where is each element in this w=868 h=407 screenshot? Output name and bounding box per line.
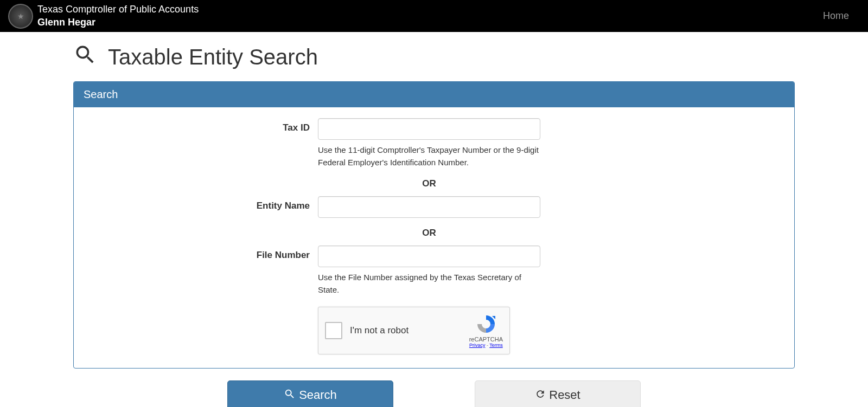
search-icon bbox=[73, 43, 97, 72]
file-help: Use the File Number assigned by the Texa… bbox=[318, 272, 540, 296]
refresh-icon bbox=[535, 389, 546, 402]
search-panel: Search Tax ID Use the 11-digit Comptroll… bbox=[73, 81, 795, 369]
search-button[interactable]: Search bbox=[227, 380, 393, 407]
page-title-row: Taxable Entity Search bbox=[73, 43, 795, 72]
button-row: Search Reset bbox=[73, 380, 795, 407]
recaptcha-widget: I'm not a robot reCAPTCHA bbox=[318, 307, 510, 354]
state-seal-icon bbox=[8, 4, 33, 29]
file-group: File Number Use the File Number assigned… bbox=[85, 246, 783, 354]
recaptcha-brand: reCAPTCHA bbox=[469, 336, 503, 343]
panel-body: Tax ID Use the 11-digit Comptroller's Ta… bbox=[74, 107, 794, 368]
recaptcha-terms-link[interactable]: Terms bbox=[489, 343, 503, 348]
taxid-wrap: Use the 11-digit Comptroller's Taxpayer … bbox=[318, 118, 540, 193]
header-title: Texas Comptroller of Public Accounts Gle… bbox=[37, 3, 199, 29]
entity-group: Entity Name OR bbox=[85, 196, 783, 243]
header-left: Texas Comptroller of Public Accounts Gle… bbox=[8, 3, 199, 29]
recaptcha-label: I'm not a robot bbox=[350, 325, 469, 336]
or-divider-2: OR bbox=[318, 228, 540, 238]
recaptcha-logo-icon bbox=[475, 313, 497, 335]
main-container: Taxable Entity Search Search Tax ID Use … bbox=[73, 32, 795, 407]
panel-heading: Search bbox=[74, 82, 794, 107]
taxid-help: Use the 11-digit Comptroller's Taxpayer … bbox=[318, 144, 540, 169]
recaptcha-privacy-link[interactable]: Privacy bbox=[469, 343, 486, 348]
taxid-label: Tax ID bbox=[85, 118, 318, 133]
file-label: File Number bbox=[85, 246, 318, 261]
page-title: Taxable Entity Search bbox=[108, 45, 318, 69]
recaptcha-links: Privacy - Terms bbox=[469, 343, 503, 348]
recaptcha-checkbox[interactable] bbox=[325, 322, 342, 339]
taxid-input[interactable] bbox=[318, 118, 540, 140]
recaptcha-branding: reCAPTCHA Privacy - Terms bbox=[469, 313, 503, 348]
or-divider-1: OR bbox=[318, 178, 540, 189]
entity-wrap: OR bbox=[318, 196, 540, 243]
file-wrap: Use the File Number assigned by the Texa… bbox=[318, 246, 540, 354]
reset-button[interactable]: Reset bbox=[475, 380, 641, 407]
home-link[interactable]: Home bbox=[823, 10, 860, 22]
official-name: Glenn Hegar bbox=[37, 16, 199, 29]
file-input[interactable] bbox=[318, 246, 540, 267]
reset-button-label: Reset bbox=[549, 388, 580, 402]
entity-label: Entity Name bbox=[85, 196, 318, 211]
site-header: Texas Comptroller of Public Accounts Gle… bbox=[0, 0, 868, 32]
search-button-label: Search bbox=[299, 388, 337, 402]
taxid-group: Tax ID Use the 11-digit Comptroller's Ta… bbox=[85, 118, 783, 193]
search-button-icon bbox=[284, 388, 296, 403]
org-name: Texas Comptroller of Public Accounts bbox=[37, 3, 199, 16]
entity-input[interactable] bbox=[318, 196, 540, 218]
